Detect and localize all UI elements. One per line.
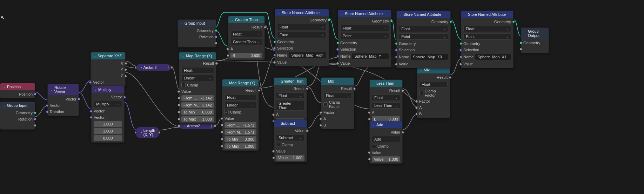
node-add[interactable]: ⌄Add Value Add⌄ Clamp Value Value1.000	[369, 121, 403, 164]
node-greater-than-top[interactable]: ⌄Greater Than Result Float⌄ Greater Than…	[228, 16, 265, 60]
output-position: Position	[19, 92, 33, 96]
node-less-than[interactable]: ⌄Less Than Result Float⌄ Less Than⌄ A B0…	[369, 79, 403, 124]
node-map-range-y[interactable]: ⌄Map Range (Y) Result Float⌄ Linear⌄ Cla…	[222, 79, 259, 151]
node-greater-than-mid[interactable]: ⌄Greater Than Result Float⌄ Greater Than…	[274, 77, 307, 126]
node-rotate-vector[interactable]: ⌄Rotate Vector Vector Vector Rotation	[47, 84, 79, 116]
mouse-cursor: ↖	[1, 15, 5, 20]
node-group-output[interactable]: ⌄Group Output Geometry	[521, 27, 549, 53]
node-arctan2-top[interactable]: ›Arctan2 ‖	[136, 64, 171, 71]
node-header[interactable]: ⌄Position	[0, 83, 35, 90]
node-subtract[interactable]: ⌄Subtract Value Subtract⌄ Clamp Value Va…	[274, 119, 307, 162]
node-separate-xyz[interactable]: ⌄Separate XYZ X Y Z Vector	[90, 52, 126, 86]
node-store-2[interactable]: ⌄Store Named Attribute Geometry Float⌄ P…	[338, 10, 391, 67]
node-store-3[interactable]: ⌄Store Named Attribute Geometry Float⌄ P…	[396, 11, 451, 68]
node-group-input-top[interactable]: ⌄Group Input Geometry Rotation	[177, 19, 216, 47]
vec-z[interactable]: 0.000	[94, 135, 122, 141]
node-position[interactable]: ⌄Position Position	[0, 83, 35, 98]
clamp-checkbox[interactable]	[181, 83, 186, 87]
vec-y[interactable]: 1.000	[94, 128, 122, 134]
node-length-xy[interactable]: ›Length (X, Y)	[136, 127, 159, 138]
node-mix-2[interactable]: ⌄Mix Result Float⌄ Clamp Factor Factor A…	[417, 66, 450, 118]
node-multiply[interactable]: ⌄Multiply Vector Multiply⌄ Vector Vector…	[91, 86, 125, 143]
node-map-range-x[interactable]: ⌄Map Range (X) Result Float⌄ Linear⌄ Cla…	[179, 52, 216, 124]
node-store-1[interactable]: ⌄Store Named Attribute Geometry Float⌄ F…	[275, 9, 329, 66]
clamp-checkbox[interactable]	[224, 110, 229, 114]
vec-x[interactable]: 1.000	[94, 121, 122, 127]
select-op[interactable]: Multiply⌄	[94, 101, 122, 107]
node-mix-1[interactable]: ⌄Mix Result Float⌄ Clamp Factor Factor A…	[321, 77, 354, 129]
node-store-4[interactable]: ⌄Store Named Attribute Geometry Float⌄ P…	[461, 11, 514, 68]
node-group-input-left[interactable]: ⌄Group Input Geometry Rotation	[0, 102, 35, 130]
